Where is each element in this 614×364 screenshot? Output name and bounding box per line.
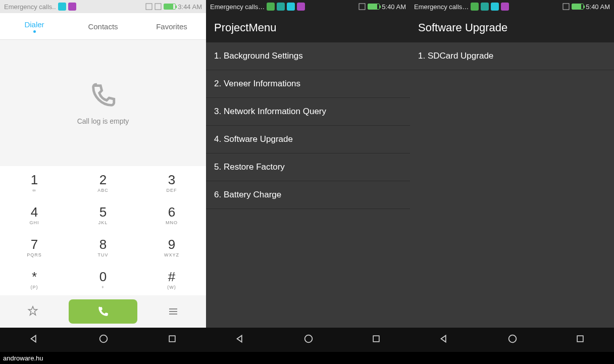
empty-message: Call log is empty xyxy=(77,117,129,125)
page-title: ProjectMenu xyxy=(206,13,410,42)
hamburger-icon xyxy=(167,305,179,318)
notif-icon xyxy=(58,3,66,11)
home-button[interactable] xyxy=(507,333,518,346)
active-dot-icon xyxy=(33,30,36,33)
notif-icon xyxy=(267,3,275,11)
notif-icon xyxy=(471,3,479,11)
clock-label: 5:40 AM xyxy=(382,3,406,11)
key-5[interactable]: 5JKL xyxy=(69,198,137,231)
menu-item-veneer-informations[interactable]: 2. Veneer Informations xyxy=(206,70,410,98)
tab-favorites-label: Favorites xyxy=(156,22,187,31)
key-6[interactable]: 6MNO xyxy=(137,198,206,231)
menu-item-battery-charge[interactable]: 6. Battery Charge xyxy=(206,181,410,209)
tab-contacts[interactable]: Contacts xyxy=(69,13,137,39)
key-7[interactable]: 7PQRS xyxy=(0,231,69,263)
system-navbar xyxy=(410,328,614,352)
panel-body xyxy=(410,70,614,328)
statusbar: Emergency calls… 5:40 AM xyxy=(206,0,410,13)
svg-rect-4 xyxy=(359,4,365,10)
notif-icon xyxy=(277,3,285,11)
back-button[interactable] xyxy=(235,333,246,346)
notif-icon xyxy=(491,3,499,11)
system-navbar xyxy=(0,328,206,352)
back-triangle-icon xyxy=(235,333,246,344)
notif-icon xyxy=(481,3,489,11)
svg-point-5 xyxy=(305,335,313,343)
system-navbar xyxy=(206,328,410,352)
home-circle-icon xyxy=(98,333,109,344)
back-triangle-icon xyxy=(439,333,450,344)
key-hash[interactable]: #(W) xyxy=(137,263,206,295)
phone-icon xyxy=(96,305,110,318)
back-triangle-icon xyxy=(29,333,40,344)
action-row xyxy=(0,295,206,328)
recent-square-icon xyxy=(575,334,585,344)
svg-point-2 xyxy=(100,335,108,343)
home-button[interactable] xyxy=(98,333,109,346)
menu-item-network-information-query[interactable]: 3. Network Information Query xyxy=(206,98,410,126)
notif-icon xyxy=(297,3,305,11)
clock-label: 3:44 AM xyxy=(178,3,202,11)
svg-rect-0 xyxy=(146,4,152,10)
key-star[interactable]: *(P) xyxy=(0,263,69,295)
recent-button[interactable] xyxy=(575,334,585,346)
svg-rect-1 xyxy=(155,4,161,10)
recent-button[interactable] xyxy=(167,334,177,346)
clock-label: 5:40 AM xyxy=(586,3,610,11)
sim-icon xyxy=(562,3,570,10)
carrier-label: Emergency calls… xyxy=(210,3,265,11)
battery-icon xyxy=(572,4,584,10)
menu-list: 1. SDCard Upgrade xyxy=(410,42,614,70)
favorites-button[interactable] xyxy=(0,305,66,318)
key-3[interactable]: 3DEF xyxy=(137,166,206,198)
battery-icon xyxy=(368,4,380,10)
notif-icon xyxy=(68,3,76,11)
statusbar: Emergency calls.. 3:44 AM xyxy=(0,0,206,13)
tabs: Dialer Contacts Favorites xyxy=(0,13,206,39)
home-button[interactable] xyxy=(303,333,314,346)
tab-favorites[interactable]: Favorites xyxy=(137,13,206,39)
recent-button[interactable] xyxy=(371,334,381,346)
call-log-empty: Call log is empty xyxy=(0,39,206,166)
home-circle-icon xyxy=(303,333,314,344)
recent-square-icon xyxy=(167,334,177,344)
tab-contacts-label: Contacts xyxy=(88,22,118,31)
menu-item-restore-factory[interactable]: 5. Restore Factory xyxy=(206,153,410,181)
back-button[interactable] xyxy=(439,333,450,346)
statusbar: Emergency calls… 5:40 AM xyxy=(410,0,614,13)
notif-icon xyxy=(287,3,295,11)
menu-item-software-upgrade[interactable]: 4. Software Upgrade xyxy=(206,126,410,153)
panel-projectmenu: Emergency calls… 5:40 AM ProjectMenu 1. … xyxy=(206,0,410,352)
page-title: Software Upgrade xyxy=(410,13,614,42)
home-circle-icon xyxy=(507,333,518,344)
svg-rect-6 xyxy=(373,336,379,342)
menu-list: 1. Background Settings 2. Veneer Informa… xyxy=(206,42,410,209)
back-button[interactable] xyxy=(29,333,40,346)
carrier-label: Emergency calls… xyxy=(414,3,469,11)
panel-software-upgrade: Emergency calls… 5:40 AM Software Upgrad… xyxy=(410,0,614,352)
svg-rect-7 xyxy=(563,4,569,10)
recent-square-icon xyxy=(371,334,381,344)
watermark: androware.hu xyxy=(0,352,614,364)
call-button[interactable] xyxy=(69,299,137,324)
key-1[interactable]: 1∞ xyxy=(0,166,69,198)
notif-icon xyxy=(501,3,509,11)
sim-icon xyxy=(359,3,366,10)
tab-dialer[interactable]: Dialer xyxy=(0,13,69,39)
sim-icon xyxy=(155,3,162,10)
key-8[interactable]: 8TUV xyxy=(69,231,137,263)
key-2[interactable]: 2ABC xyxy=(69,166,137,198)
panel-dialer: Emergency calls.. 3:44 AM Dialer Contact… xyxy=(0,0,206,352)
svg-rect-9 xyxy=(577,336,583,342)
key-0[interactable]: 0+ xyxy=(69,263,137,295)
key-9[interactable]: 9WXYZ xyxy=(137,231,206,263)
menu-item-background-settings[interactable]: 1. Background Settings xyxy=(206,42,410,70)
tab-dialer-label: Dialer xyxy=(24,20,44,29)
keypad: 1∞ 2ABC 3DEF 4GHI 5JKL 6MNO 7PQRS 8TUV 9… xyxy=(0,166,206,295)
key-4[interactable]: 4GHI xyxy=(0,198,69,231)
star-icon xyxy=(27,305,39,318)
menu-button[interactable] xyxy=(140,305,206,318)
sim-icon xyxy=(145,3,152,10)
panel-body xyxy=(206,209,410,328)
menu-item-sdcard-upgrade[interactable]: 1. SDCard Upgrade xyxy=(410,42,614,70)
